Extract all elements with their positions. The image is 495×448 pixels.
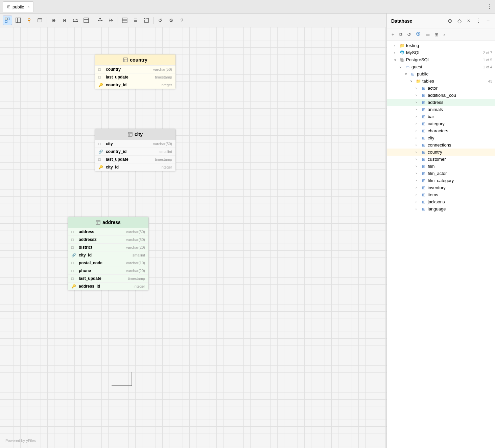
settings-button[interactable]: ⚙ [166,16,176,25]
pk-fk-icon: 🔑 [98,165,104,170]
pin-tool-button[interactable] [24,16,34,25]
table-icon: ⊞ [421,136,426,140]
city-field-last-update: □ last_update timestamp [95,155,175,163]
tree-item-tables[interactable]: ∨ 📁 tables 43 [387,77,495,85]
sidebar-header: Database ⊕ ◇ × ⋮ − [387,14,495,28]
table-address[interactable]: address □ address varchar(50) □ address2… [68,217,149,290]
sidebar-menu-button[interactable]: ⋮ [474,17,482,25]
view-toggle-button[interactable] [81,16,91,25]
fk-icon: 🔗 [98,150,104,154]
sidebar-close-button[interactable]: × [466,17,471,25]
tree-item-bar[interactable]: › ⊞ bar [387,113,495,120]
tree-item-actor[interactable]: › ⊞ actor [387,85,495,92]
one-to-one-button[interactable]: 1:1 [71,16,80,25]
sidebar-new-button[interactable]: + [390,31,396,38]
tree-item-city[interactable]: › ⊞ city [387,134,495,141]
help-button[interactable]: ? [177,16,187,25]
list-view-button[interactable] [131,16,140,25]
city-table-header: city [95,129,175,140]
address-field-phone: □ phone varchar(20) [68,267,148,274]
tree-item-animals[interactable]: › ⊞ animals [387,106,495,113]
tree-item-country[interactable]: › ⊞ country [387,149,495,156]
tree-item-jacksons[interactable]: › ⊞ jacksons [387,198,495,205]
svg-rect-19 [122,18,127,23]
tree-item-characters[interactable]: › ⊞ characters [387,127,495,134]
tree-item-category[interactable]: › ⊞ category [387,120,495,127]
field-icon: □ [71,276,77,281]
table-view-button[interactable] [120,16,129,25]
table-icon: ⊞ [421,114,426,119]
toggle-panel-button[interactable] [14,16,23,25]
tree-item-items[interactable]: › ⊞ items [387,191,495,198]
tree-item-guest[interactable]: ∨ ▭ guest 1 of 4 [387,63,495,70]
remove-node-button[interactable]: ⊖ [60,16,69,25]
table-country[interactable]: country □ country varchar(50) □ last_upd… [95,54,176,89]
tab-menu-button[interactable]: ⋮ [487,3,492,10]
layout-arrow-button[interactable] [106,16,116,25]
export-button[interactable] [142,16,151,25]
tree-item-customer[interactable]: › ⊞ customer [387,156,495,163]
tab-grid-icon: ⊞ [7,4,10,9]
fk-icon: 🔗 [71,253,77,257]
table-city[interactable]: city □ city varchar(50) 🔗 country_id sma… [95,129,176,171]
tree-item-address[interactable]: › ⊞ address [387,99,495,106]
address-field-city-id: 🔗 city_id smallint [68,251,148,259]
pk-fk-icon: 🔑 [71,284,77,289]
tree-item-public[interactable]: ∨ ⊞ public [387,70,495,77]
tab-public[interactable]: ⊞ public × [3,1,34,12]
address-table-header: address [68,217,148,228]
svg-rect-0 [5,18,7,20]
table-icon: ⊞ [421,207,426,211]
country-table-name: country [130,57,147,63]
sidebar-toolbar: + ⧉ ↺ ▭ ⊞ › [387,28,495,41]
table-icon: ⊞ [421,164,426,169]
diagram-toolbar: ⊕ ⊖ 1:1 ↺ ⚙ [0,14,386,27]
sidebar-grid-button[interactable]: ⊞ [433,31,440,38]
tree-item-postgresql[interactable]: ∨ 🐘 PostgreSQL 1 of 5 [387,56,495,63]
diagram-canvas[interactable]: country_id city_id country □ country var… [0,27,386,448]
address-field-postal-code: □ postal_code varchar(10) [68,259,148,267]
tag-tool-button[interactable] [35,16,45,25]
tree-item-inventory[interactable]: › ⊞ inventory [387,184,495,191]
tree-item-language[interactable]: › ⊞ language [387,205,495,212]
layout-tree-button[interactable] [95,16,105,25]
tab-close-button[interactable]: × [27,5,29,9]
tree-item-film-category[interactable]: › ⊞ film_category [387,177,495,184]
sidebar-expand-button[interactable]: › [442,31,447,38]
tree-item-connections[interactable]: › ⊞ connections [387,141,495,149]
add-node-button[interactable]: ⊕ [49,16,58,25]
sidebar-db-settings-button[interactable] [414,30,422,38]
watermark: Powered by yFiles [5,439,36,443]
tree-item-film[interactable]: › ⊞ film [387,163,495,170]
tree-item-additional-cou[interactable]: › ⊞ additional_cou [387,92,495,99]
table-icon: ⊞ [421,150,426,155]
sidebar-diamond-button[interactable]: ◇ [456,17,463,25]
sidebar-refresh-button[interactable]: ↺ [405,31,413,38]
city-field-city-id: 🔑 city_id integer [95,163,175,171]
connectors-svg: country_id city_id [0,27,386,448]
refresh-button[interactable]: ↺ [156,16,165,25]
sidebar-minimize-button[interactable]: − [485,17,491,25]
tree-item-film-actor[interactable]: › ⊞ film_actor [387,170,495,177]
table-icon: ⊞ [421,157,426,162]
field-icon: □ [71,245,77,249]
main-container: ⊕ ⊖ 1:1 ↺ ⚙ [0,14,495,448]
sidebar-view-button[interactable]: ▭ [424,31,431,38]
select-tool-button[interactable] [3,16,12,25]
sidebar-copy-button[interactable]: ⧉ [397,30,404,38]
sidebar: Database ⊕ ◇ × ⋮ − + ⧉ ↺ ▭ ⊞ › › 📁 testi [387,14,495,448]
table-icon: ⊞ [421,129,426,133]
tree-item-mysql[interactable]: › 🐬 MySQL 2 of 7 [387,49,495,56]
city-field-country-id: 🔗 country_id smallint [95,148,175,155]
tab-bar: ⊞ public × ⋮ [0,0,495,14]
table-icon: ⊞ [421,185,426,190]
database-tree: › 📁 testing › 🐬 MySQL 2 of 7 ∨ 🐘 Postgre… [387,41,495,448]
svg-rect-1 [8,18,10,20]
tab-label: public [13,4,24,9]
country-field-country-id: 🔑 country_id integer [95,81,175,89]
tree-item-testing[interactable]: › 📁 testing [387,42,495,49]
address-field-district: □ district varchar(20) [68,243,148,251]
sidebar-add-button[interactable]: ⊕ [446,17,453,25]
address-field-address-id: 🔑 address_id integer [68,282,148,290]
table-icon: ⊞ [421,121,426,126]
